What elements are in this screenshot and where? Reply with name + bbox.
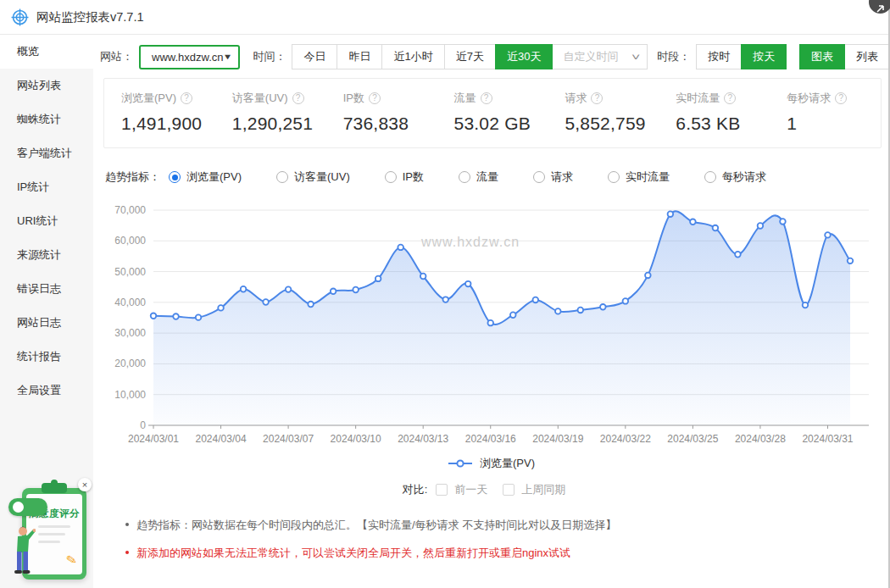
data-point-marker[interactable] [375, 276, 381, 282]
compare-checkbox-prev-day[interactable]: 前一天 [436, 482, 487, 497]
stat-value-traffic: 53.02 GB [454, 114, 548, 134]
data-point-marker[interactable] [848, 258, 854, 264]
data-point-marker[interactable] [555, 308, 561, 314]
trend-radio-label: 每秒请求 [722, 169, 766, 185]
sidebar-item-ip-stats[interactable]: IP统计 [0, 170, 93, 204]
help-question-icon[interactable]: ? [292, 92, 304, 104]
data-point-marker[interactable] [173, 313, 179, 319]
period-button-by-day[interactable]: 按天 [741, 44, 787, 69]
data-point-marker[interactable] [735, 252, 741, 258]
time-button-today[interactable]: 今日 [292, 44, 337, 69]
period-button-by-hour[interactable]: 按时 [696, 44, 742, 69]
data-point-marker[interactable] [196, 314, 202, 320]
trend-radio-traffic[interactable]: 流量 [459, 169, 498, 185]
data-point-marker[interactable] [758, 223, 764, 229]
data-point-marker[interactable] [398, 245, 403, 251]
data-point-marker[interactable] [331, 288, 337, 294]
sidebar-item-referrer-stats[interactable]: 来源统计 [0, 238, 93, 272]
data-point-marker[interactable] [532, 297, 538, 303]
chart-legend[interactable]: 浏览量(PV) [93, 456, 890, 471]
data-point-marker[interactable] [241, 286, 247, 292]
chevron-down-icon: ˅ [631, 52, 640, 62]
time-button-last-30d[interactable]: 近30天 [495, 44, 553, 69]
data-point-marker[interactable] [623, 298, 629, 304]
help-question-icon[interactable]: ? [591, 92, 603, 104]
sidebar-item-overview[interactable]: 概览 [0, 35, 93, 69]
period-button-group: 按时按天 [696, 44, 787, 69]
data-point-marker[interactable] [780, 219, 786, 225]
help-question-icon[interactable]: ? [724, 92, 736, 104]
trend-radio-label: 浏览量(PV) [186, 169, 242, 185]
data-point-marker[interactable] [510, 312, 516, 318]
trend-radio-requests[interactable]: 请求 [533, 169, 573, 185]
custom-time-select[interactable]: 自定义时间 ˅ [552, 44, 648, 69]
satisfaction-widget[interactable]: 满意度评分 ✎ × [5, 478, 92, 585]
data-point-marker[interactable] [690, 219, 696, 225]
person-illustration [5, 524, 36, 578]
sidebar-item-error-log[interactable]: 错误日志 [0, 272, 93, 306]
site-select[interactable]: www.hxdzw.cn ▼ [139, 45, 240, 69]
help-question-icon[interactable]: ? [481, 92, 492, 104]
data-point-marker[interactable] [803, 302, 809, 308]
time-label: 时间： [253, 49, 286, 64]
data-point-marker[interactable] [825, 232, 831, 238]
data-point-marker[interactable] [668, 211, 674, 217]
stat-value-requests: 5,852,759 [565, 114, 659, 134]
data-point-marker[interactable] [420, 274, 426, 280]
data-point-marker[interactable] [713, 225, 719, 231]
close-icon: × [82, 480, 87, 490]
sidebar-item-site-list[interactable]: 网站列表 [0, 69, 93, 103]
time-button-last-7d[interactable]: 近7天 [444, 44, 496, 69]
data-point-marker[interactable] [487, 320, 493, 326]
app-title: 网站监控报表v7.7.1 [36, 9, 144, 25]
sidebar-item-global-settings[interactable]: 全局设置 [0, 374, 93, 408]
data-point-marker[interactable] [151, 313, 157, 319]
view-button-list[interactable]: 列表 [844, 44, 890, 69]
x-axis-tick-label: 2024/03/01 [128, 433, 179, 445]
trend-radio-pv[interactable]: 浏览量(PV) [169, 169, 242, 185]
data-point-marker[interactable] [286, 286, 292, 292]
sidebar-item-stats-report[interactable]: 统计报告 [0, 340, 93, 374]
data-point-marker[interactable] [442, 297, 448, 302]
sidebar-item-site-log[interactable]: 网站日志 [0, 306, 93, 340]
chart-canvas[interactable]: 010,00020,00030,00040,00050,00060,00070,… [104, 199, 871, 450]
x-axis-tick-label: 2024/03/13 [398, 433, 448, 445]
trend-radio-req-per-sec[interactable]: 每秒请求 [704, 169, 766, 185]
trend-radio-label: 访客量(UV) [294, 169, 350, 185]
bullet-icon [125, 523, 129, 526]
compare-row: 对比: 前一天上周同期 [93, 482, 890, 497]
stat-traffic: 流量?53.02 GB [437, 91, 548, 134]
time-button-yesterday[interactable]: 昨日 [337, 44, 382, 69]
trend-label: 趋势指标： [105, 169, 160, 185]
widget-close-button[interactable]: × [78, 478, 92, 491]
stat-label-pv: 浏览量(PV)? [121, 91, 215, 106]
compare-checkbox-last-week[interactable]: 上周同期 [503, 482, 565, 497]
data-point-marker[interactable] [218, 305, 224, 311]
sidebar-item-client-stats[interactable]: 客户端统计 [0, 136, 93, 170]
x-axis-tick-label: 2024/03/16 [465, 433, 516, 445]
help-question-icon[interactable]: ? [835, 92, 847, 104]
sidebar-item-uri-stats[interactable]: URI统计 [0, 204, 93, 238]
help-question-icon[interactable]: ? [181, 92, 192, 104]
time-button-last-1h[interactable]: 近1小时 [381, 44, 444, 69]
trend-radio-uv[interactable]: 访客量(UV) [276, 169, 350, 185]
data-point-marker[interactable] [578, 308, 584, 313]
data-point-marker[interactable] [353, 287, 359, 293]
data-point-marker[interactable] [308, 302, 314, 308]
trend-chart[interactable]: 010,00020,00030,00040,00050,00060,00070,… [104, 199, 871, 450]
trend-radio-realtime[interactable]: 实时流量 [608, 169, 670, 185]
compare-checkbox-label: 前一天 [454, 482, 487, 497]
y-axis-tick-label: 40,000 [114, 297, 146, 308]
sidebar-item-spider-stats[interactable]: 蜘蛛统计 [0, 103, 93, 136]
stat-label-uv: 访客量(UV)? [232, 91, 326, 106]
data-point-marker[interactable] [645, 273, 651, 279]
view-button-chart[interactable]: 图表 [799, 44, 845, 69]
legend-label: 浏览量(PV) [480, 456, 535, 471]
stat-label-text: 实时流量 [676, 91, 720, 106]
data-point-marker[interactable] [600, 304, 606, 310]
data-point-marker[interactable] [263, 299, 269, 305]
note-nginx-note: 新添加的网站如果无法正常统计，可以尝试关闭全局开关，然后重新打开或重启nginx… [125, 546, 890, 560]
data-point-marker[interactable] [465, 281, 471, 287]
help-question-icon[interactable]: ? [369, 92, 381, 104]
trend-radio-ip[interactable]: IP数 [385, 169, 424, 185]
